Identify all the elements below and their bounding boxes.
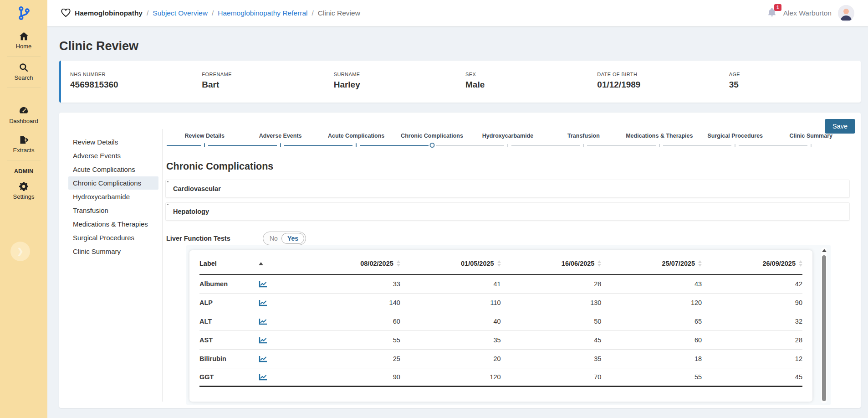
- line-chart-icon[interactable]: [259, 281, 267, 288]
- date-column-header: 26/09/2025: [702, 260, 802, 267]
- patient-field-value: 01/12/1989: [597, 80, 729, 90]
- review-nav-item[interactable]: Surgical Procedures: [68, 231, 158, 244]
- stepper-step-label: Clinic Summary: [773, 133, 849, 139]
- result-value: 120: [400, 373, 501, 381]
- breadcrumb-link-subject-overview[interactable]: Subject Overview: [153, 9, 208, 17]
- stepper-marker-icon: [811, 144, 812, 147]
- home-icon: [19, 32, 29, 41]
- sidebar-item-label: Extracts: [13, 147, 35, 154]
- accordion-header[interactable]: Cardiovascular: [165, 180, 850, 198]
- line-chart-icon[interactable]: [259, 299, 267, 306]
- sort-toggle-icon[interactable]: [597, 260, 601, 267]
- test-label: AST: [199, 336, 259, 344]
- page-title: Clinic Review: [59, 39, 868, 53]
- review-nav-item[interactable]: Acute Complications: [68, 163, 158, 176]
- extracts-icon: [19, 135, 29, 144]
- patient-field-value: Bart: [202, 80, 333, 90]
- app-sidebar: Home Search Dashboard Extracts ADMIN Set…: [0, 0, 47, 418]
- stepper-marker-icon: [583, 144, 584, 147]
- stepper-step-label: Review Details: [167, 133, 242, 139]
- accordion-header[interactable]: Hepatology: [165, 202, 850, 221]
- stepper-step[interactable]: Acute Complications: [318, 133, 394, 149]
- stepper-track: [167, 142, 242, 149]
- review-nav-item[interactable]: Chronic Complications: [68, 176, 158, 190]
- patient-field-label: NHS NUMBER: [70, 72, 202, 77]
- lft-toggle-no[interactable]: No: [264, 233, 281, 243]
- stepper-track: [773, 142, 849, 149]
- table-scrollbar[interactable]: [821, 248, 827, 403]
- breadcrumb-separator: /: [308, 9, 318, 17]
- sidebar-item-search[interactable]: Search: [0, 57, 47, 87]
- result-value: 55: [300, 336, 400, 344]
- lft-toggle-yes[interactable]: Yes: [281, 233, 304, 244]
- sidebar-collapse-button[interactable]: ❯: [10, 242, 30, 261]
- date-column-header: 25/07/2025: [601, 260, 702, 267]
- stepper-step[interactable]: Surgical Procedures: [697, 133, 773, 149]
- stepper-step[interactable]: Review Details: [167, 133, 242, 149]
- result-value: 130: [501, 299, 602, 306]
- stepper-marker-icon: [659, 144, 660, 147]
- review-nav-item[interactable]: Medications & Therapies: [68, 217, 158, 231]
- date-header-text: 26/09/2025: [762, 260, 796, 267]
- stepper-marker-icon: [735, 144, 735, 147]
- breadcrumb: Haemoglobinopathy / Subject Overview / H…: [61, 9, 360, 17]
- stepper-track: [242, 142, 318, 149]
- stepper-step[interactable]: Transfusion: [546, 133, 621, 149]
- review-nav-item[interactable]: Clinic Summary: [68, 245, 158, 258]
- stepper-track: [697, 142, 773, 149]
- breadcrumb-link-referral[interactable]: Haemoglobinopathy Referral: [218, 9, 307, 17]
- stepper-step-label: Surgical Procedures: [697, 133, 773, 139]
- app-logo[interactable]: [0, 0, 47, 26]
- patient-field-value: 4569815360: [70, 80, 202, 90]
- result-value: 60: [601, 336, 702, 344]
- sort-toggle-icon[interactable]: [698, 260, 702, 267]
- test-label: ALT: [199, 318, 259, 325]
- stepper-step[interactable]: Clinic Summary: [773, 133, 849, 149]
- scroll-up-arrow-icon[interactable]: [822, 249, 827, 252]
- breadcrumb-separator: /: [208, 9, 218, 17]
- test-label: Bilirubin: [199, 355, 259, 362]
- stepper-step[interactable]: Medications & Therapies: [622, 133, 697, 149]
- sidebar-admin-heading: ADMIN: [0, 161, 47, 176]
- save-button[interactable]: Save: [825, 119, 855, 134]
- git-branch-icon: [16, 5, 31, 21]
- sidebar-item-dashboard[interactable]: Dashboard: [0, 101, 47, 130]
- review-nav-item[interactable]: Hydroxycarbamide: [68, 190, 158, 203]
- table-row: Albumen: [199, 275, 802, 294]
- result-value: 42: [702, 280, 802, 288]
- review-nav-item[interactable]: Review Details: [68, 135, 158, 149]
- line-chart-icon[interactable]: [259, 337, 267, 344]
- review-nav-item[interactable]: Adverse Events: [68, 149, 158, 162]
- sort-ascending-icon[interactable]: [259, 262, 263, 265]
- stepper-step[interactable]: Hydroxycarbamide: [470, 133, 546, 149]
- sort-toggle-icon[interactable]: [397, 260, 400, 267]
- line-chart-icon[interactable]: [259, 356, 267, 362]
- stepper-marker-icon: [280, 143, 281, 147]
- sidebar-item-home[interactable]: Home: [0, 26, 47, 55]
- stepper-step[interactable]: Chronic Complications: [394, 133, 470, 149]
- favourite-heart-icon[interactable]: [61, 9, 71, 17]
- stepper-step[interactable]: Adverse Events: [242, 133, 318, 149]
- date-column-header: 08/02/2025: [300, 260, 400, 267]
- avatar[interactable]: [838, 5, 854, 21]
- sort-toggle-icon[interactable]: [497, 260, 501, 267]
- sidebar-item-settings[interactable]: Settings: [0, 176, 47, 206]
- date-header-text: 08/02/2025: [360, 260, 393, 267]
- notifications-button[interactable]: 1: [767, 7, 777, 19]
- result-value: 140: [300, 299, 400, 306]
- line-chart-icon[interactable]: [259, 318, 267, 325]
- stepper-track: [546, 142, 621, 149]
- review-nav-item[interactable]: Transfusion: [68, 204, 158, 217]
- sort-toggle-icon[interactable]: [799, 260, 802, 267]
- scrollbar-thumb[interactable]: [822, 255, 826, 401]
- stepper-track: [318, 142, 394, 149]
- table-header-row: Label 08/02/2025: [199, 253, 802, 275]
- stepper-marker-icon: [507, 144, 508, 147]
- topbar-right: 1 Alex Warburton: [767, 5, 854, 21]
- result-value: 33: [300, 280, 400, 288]
- stepper-marker-icon: [204, 143, 205, 147]
- dashboard-icon: [19, 106, 29, 115]
- line-chart-icon[interactable]: [259, 374, 267, 381]
- result-value: 35: [400, 336, 501, 344]
- sidebar-item-extracts[interactable]: Extracts: [0, 130, 47, 159]
